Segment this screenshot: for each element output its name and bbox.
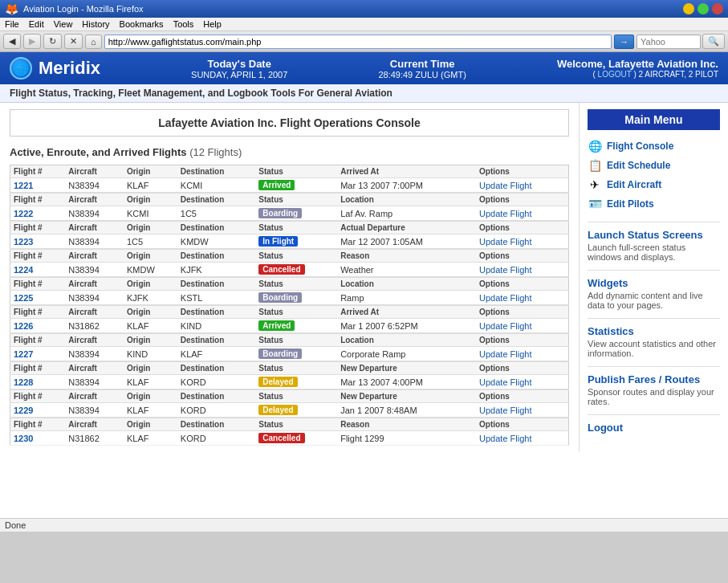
flight-num-link[interactable]: 1225 — [14, 293, 33, 303]
search-button[interactable]: 🔍 — [702, 34, 725, 49]
cell-info: Ramp — [337, 291, 476, 306]
cell-destination: 1C5 — [177, 206, 256, 222]
search-input[interactable] — [636, 35, 701, 49]
back-button[interactable]: ◀ — [3, 34, 21, 49]
menu-view[interactable]: View — [54, 19, 73, 29]
edit-pilots-link[interactable]: Edit Pilots — [607, 198, 654, 210]
sidebar-section-logout-title[interactable]: Logout — [588, 422, 720, 434]
col-options-header: Options — [476, 221, 568, 234]
table-row: Flight # Aircraft Origin Destination Sta… — [10, 305, 569, 319]
col-info-header: Reason — [337, 249, 476, 263]
flight-num-link[interactable]: 1228 — [14, 377, 33, 387]
stop-button[interactable]: ✕ — [64, 34, 83, 49]
update-flight-link[interactable]: Update Flight — [479, 181, 531, 190]
update-flight-link[interactable]: Update Flight — [479, 237, 531, 247]
cell-options: Update Flight — [476, 263, 568, 278]
col-origin-header: Origin — [124, 361, 177, 375]
cell-options: Update Flight — [476, 178, 568, 194]
status-badge: Boarding — [258, 292, 302, 303]
menu-file[interactable]: File — [5, 19, 19, 29]
go-button[interactable]: → — [614, 35, 634, 49]
col-flight-header: Flight # — [10, 277, 66, 291]
header-welcome: Welcome, Lafayette Aviation Inc. ( LOGOU… — [557, 58, 718, 79]
edit-aircraft-link[interactable]: Edit Aircraft — [607, 179, 661, 190]
menu-bar: File Edit View History Bookmarks Tools H… — [0, 18, 728, 31]
sidebar-section-widgets-title[interactable]: Widgets — [588, 277, 720, 289]
menu-bookmarks[interactable]: Bookmarks — [120, 19, 164, 29]
sidebar-menu-item-flight-console[interactable]: 🌐 Flight Console — [588, 137, 720, 156]
flight-num-link[interactable]: 1223 — [14, 237, 33, 247]
flight-console-link[interactable]: Flight Console — [607, 141, 673, 152]
cell-status: Arrived — [255, 178, 337, 194]
cell-flight-num: 1227 — [10, 347, 66, 362]
table-row: 1230 N31862 KLAF KORD Cancelled Flight 1… — [10, 431, 569, 446]
cell-destination: KORD — [177, 403, 256, 418]
welcome-name: Welcome, Lafayette Aviation Inc. — [557, 58, 718, 70]
col-origin-header: Origin — [124, 418, 177, 431]
sidebar-section-widgets-desc: Add dynamic content and live data to you… — [588, 291, 720, 310]
sidebar-section-statistics: Statistics View account statistics and o… — [588, 318, 720, 358]
col-options-header: Options — [476, 249, 568, 263]
address-input[interactable] — [104, 35, 612, 49]
col-options-header: Options — [476, 418, 568, 431]
header-date: Today's Date SUNDAY, APRIL 1, 2007 — [191, 58, 287, 80]
cell-status: Boarding — [255, 206, 337, 222]
minimize-button[interactable] — [683, 3, 694, 14]
update-flight-link[interactable]: Update Flight — [479, 209, 531, 218]
flight-num-link[interactable]: 1226 — [14, 321, 33, 331]
menu-help[interactable]: Help — [203, 19, 222, 29]
cell-flight-num: 1224 — [10, 263, 66, 278]
cell-options: Update Flight — [476, 234, 568, 250]
cell-destination: KLAF — [177, 347, 256, 362]
cell-options: Update Flight — [476, 403, 568, 418]
header-date-label: Today's Date — [191, 58, 287, 70]
edit-schedule-link[interactable]: Edit Schedule — [607, 160, 670, 171]
col-flight-header: Flight # — [10, 418, 66, 431]
update-flight-link[interactable]: Update Flight — [479, 293, 531, 303]
col-destination-header: Destination — [177, 221, 256, 234]
cell-destination: KSTL — [177, 291, 256, 306]
flight-num-link[interactable]: 1224 — [14, 265, 33, 275]
update-flight-link[interactable]: Update Flight — [479, 349, 531, 359]
status-badge: Cancelled — [258, 433, 304, 443]
cell-info: Mar 13 2007 4:00PM — [337, 375, 476, 390]
status-bar: Done — [0, 518, 728, 532]
sidebar-menu-item-edit-schedule[interactable]: 📋 Edit Schedule — [588, 156, 720, 175]
sidebar-section-launch-title[interactable]: Launch Status Screens — [588, 229, 720, 241]
flight-num-link[interactable]: 1230 — [14, 434, 33, 443]
logout-link[interactable]: LOGOUT — [598, 70, 632, 79]
sidebar-section-statistics-title[interactable]: Statistics — [588, 325, 720, 337]
flight-num-link[interactable]: 1221 — [14, 181, 33, 190]
sidebar-menu-item-edit-aircraft[interactable]: ✈ Edit Aircraft — [588, 175, 720, 194]
sidebar-menu-item-edit-pilots[interactable]: 🪪 Edit Pilots — [588, 194, 720, 214]
forward-button[interactable]: ▶ — [23, 34, 41, 49]
cell-flight-num: 1225 — [10, 291, 66, 306]
flight-num-link[interactable]: 1229 — [14, 406, 33, 415]
flight-num-link[interactable]: 1222 — [14, 209, 33, 218]
menu-tools[interactable]: Tools — [173, 19, 194, 29]
col-aircraft-header: Aircraft — [65, 418, 124, 431]
cell-aircraft: N38394 — [65, 234, 124, 250]
status-badge: Delayed — [258, 377, 297, 387]
menu-history[interactable]: History — [82, 19, 109, 29]
sidebar-section-fares-title[interactable]: Publish Fares / Routes — [588, 373, 720, 385]
col-options-header: Options — [476, 193, 568, 206]
menu-edit[interactable]: Edit — [29, 19, 44, 29]
sidebar-section-launch: Launch Status Screens Launch full-screen… — [588, 222, 720, 262]
col-origin-header: Origin — [124, 249, 177, 263]
home-button[interactable]: ⌂ — [85, 35, 102, 49]
flight-num-link[interactable]: 1227 — [14, 349, 33, 359]
cell-destination: KCMI — [177, 178, 256, 194]
close-button[interactable] — [712, 3, 723, 14]
update-flight-link[interactable]: Update Flight — [479, 321, 531, 331]
update-flight-link[interactable]: Update Flight — [479, 377, 531, 387]
update-flight-link[interactable]: Update Flight — [479, 406, 531, 415]
reload-button[interactable]: ↻ — [43, 34, 62, 49]
cell-info: Mar 13 2007 7:00PM — [337, 178, 476, 194]
table-row: Flight # Aircraft Origin Destination Sta… — [10, 249, 569, 263]
logo-globe: 🌐 — [10, 57, 32, 80]
update-flight-link[interactable]: Update Flight — [479, 434, 531, 443]
maximize-button[interactable] — [697, 3, 709, 14]
update-flight-link[interactable]: Update Flight — [479, 265, 531, 275]
search-area: 🔍 — [636, 34, 725, 49]
